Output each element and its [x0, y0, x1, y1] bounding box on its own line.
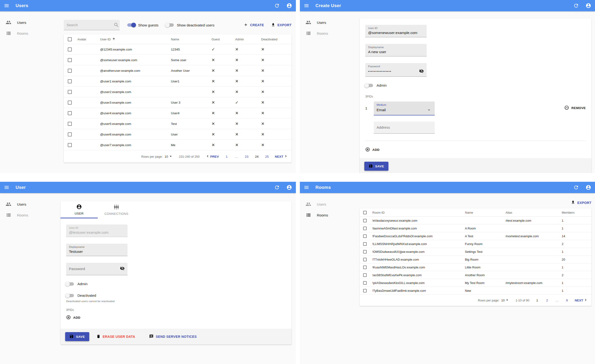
row-checkbox[interactable] [68, 111, 72, 115]
tab-user[interactable]: USER [60, 201, 98, 218]
table-row[interactable]: !TyBasDmweIJdfFaeBmk:example.com New 1 [360, 287, 591, 294]
menu-icon[interactable] [304, 3, 309, 8]
refresh-icon[interactable] [573, 185, 579, 190]
save-button[interactable]: SAVE [364, 162, 388, 171]
search-field[interactable] [64, 20, 120, 30]
visibility-off-icon[interactable] [419, 69, 424, 74]
page-link[interactable]: 1 [536, 299, 539, 302]
table-row[interactable]: @12345:example.com 12345 ✓ ✕ ✕ [64, 44, 292, 55]
column-user-id[interactable]: User-ID [100, 37, 171, 41]
column-admin[interactable]: Admin [235, 37, 261, 41]
sidebar-item-rooms[interactable]: Rooms [300, 28, 356, 39]
deactivated-toggle[interactable] [66, 294, 74, 297]
table-row[interactable]: @user1:example.com User1 ✕ ✕ ✕ [64, 76, 292, 87]
column-room-id[interactable]: Room-ID [372, 211, 465, 214]
rows-per-page-select[interactable]: 10 [501, 298, 509, 303]
sidebar-item-rooms[interactable]: Rooms [300, 210, 356, 220]
select-all-checkbox[interactable] [363, 211, 367, 214]
password-field[interactable]: Password [66, 263, 128, 275]
send-server-notices-button[interactable]: SEND SERVER NOTICES [149, 334, 197, 339]
row-checkbox[interactable] [363, 281, 367, 285]
table-row[interactable]: @anotheruser:example.com Another User ✕ … [64, 65, 292, 76]
refresh-icon[interactable] [274, 3, 280, 8]
displayname-field[interactable]: Displayname A new user [365, 44, 427, 56]
row-checkbox[interactable] [68, 143, 72, 147]
add-threepid-button[interactable]: ADD [365, 147, 586, 153]
table-row[interactable]: @user6:example.com User ✕ ✕ ✕ [64, 129, 292, 140]
user-id-field[interactable]: User-ID @somenewuser:example.com [365, 25, 427, 37]
table-row[interactable]: @someuser:example.com Some user ✕ ✕ ✕ [64, 55, 292, 65]
column-alias[interactable]: Alias [505, 211, 562, 214]
row-checkbox[interactable] [363, 273, 367, 277]
row-checkbox[interactable] [363, 227, 367, 230]
sidebar-item-users[interactable]: Users [300, 17, 356, 28]
column-guest[interactable]: Guest [212, 37, 235, 41]
create-button[interactable]: CREATE [244, 23, 264, 28]
account-icon[interactable] [586, 3, 591, 8]
page-link[interactable]: 24 [255, 155, 259, 158]
row-checkbox[interactable] [68, 79, 72, 83]
account-icon[interactable] [586, 185, 591, 190]
row-checkbox[interactable] [363, 289, 367, 293]
address-input[interactable] [377, 125, 432, 130]
refresh-icon[interactable] [573, 3, 579, 8]
admin-toggle[interactable] [365, 84, 373, 87]
table-row[interactable]: !TTnlslkHHweOLAD:example.com Big Room 20 [360, 256, 591, 263]
table-row[interactable]: !LLIMSSNHrhRjsdWNXsd:example.com Funny R… [360, 240, 591, 248]
row-checkbox[interactable] [363, 266, 367, 269]
account-icon[interactable] [286, 185, 292, 190]
admin-toggle[interactable] [66, 282, 74, 286]
menu-icon[interactable] [4, 3, 9, 8]
page-link[interactable]: 1 [225, 155, 228, 158]
next-button[interactable]: NEXT [275, 154, 288, 159]
row-checkbox[interactable] [363, 250, 367, 253]
select-all-checkbox[interactable] [68, 37, 72, 41]
row-checkbox[interactable] [68, 101, 72, 105]
page-link[interactable]: 2 [545, 299, 549, 302]
row-checkbox[interactable] [68, 48, 72, 51]
save-button[interactable]: SAVE [65, 332, 89, 341]
export-button[interactable]: EXPORT [271, 23, 292, 28]
row-checkbox[interactable] [68, 133, 72, 136]
table-row[interactable]: !KuasNWEMasdHasLOs:example.com Little Ro… [360, 263, 591, 271]
page-link[interactable]: 25 [265, 155, 269, 158]
column-name[interactable]: Name [465, 211, 505, 214]
table-row[interactable]: @user4:example.com User4 ✕ ✕ ✕ [64, 108, 292, 119]
sidebar-item-users[interactable]: Users [0, 17, 57, 28]
page-link[interactable]: … [555, 299, 559, 302]
sidebar-item-rooms[interactable]: Rooms [0, 28, 57, 39]
row-checkbox[interactable] [363, 219, 367, 222]
table-row[interactable]: @user7:example.com Me ✕ ✕ ✕ [64, 140, 292, 150]
prev-button[interactable]: PREV [206, 154, 219, 159]
table-row[interactable]: @user3:example.com User 3 ✕ ✓ ✕ [64, 97, 292, 108]
column-name[interactable]: Name [171, 37, 212, 41]
page-link[interactable]: 9 [565, 299, 568, 302]
sidebar-item-rooms[interactable]: Rooms [0, 210, 57, 220]
row-checkbox[interactable] [363, 234, 367, 238]
account-icon[interactable] [286, 3, 292, 8]
table-row[interactable]: !asSBSlsdWEvaXwPk:example.com Another Ro… [360, 271, 591, 279]
row-checkbox[interactable] [68, 122, 72, 126]
rows-per-page-select[interactable]: 10 [165, 154, 173, 159]
table-row[interactable]: @user5:example.com Test ✕ ✕ ✕ [64, 119, 292, 129]
sidebar-item-users[interactable]: Users [0, 199, 57, 210]
tab-connections[interactable]: CONNECTIONS [98, 201, 135, 218]
row-checkbox[interactable] [68, 58, 72, 62]
show-deactivated-toggle[interactable] [166, 23, 174, 27]
sidebar-item-users[interactable]: Users [300, 199, 356, 210]
table-row[interactable]: !lasmnwASmDllasi:example.com A Room 1 [360, 224, 591, 232]
menu-icon[interactable] [4, 185, 9, 190]
table-row[interactable]: !eVasdacvxysewus:example.com #test:examp… [360, 217, 591, 224]
password-field[interactable]: Password •••••••••••••••• [365, 63, 427, 77]
page-link[interactable]: … [235, 155, 238, 158]
next-button[interactable]: NEXT [575, 298, 588, 303]
export-button[interactable]: EXPORT [571, 200, 591, 205]
column-members[interactable]: Members [562, 211, 591, 214]
search-input[interactable] [67, 23, 113, 27]
remove-threepid-button[interactable]: REMOVE [564, 105, 586, 111]
row-checkbox[interactable] [68, 90, 72, 94]
add-threepid-button[interactable]: ADD [66, 315, 286, 320]
address-field[interactable] [374, 122, 435, 134]
medium-select[interactable]: Medium Email [374, 102, 435, 115]
visibility-off-icon[interactable] [120, 266, 125, 272]
